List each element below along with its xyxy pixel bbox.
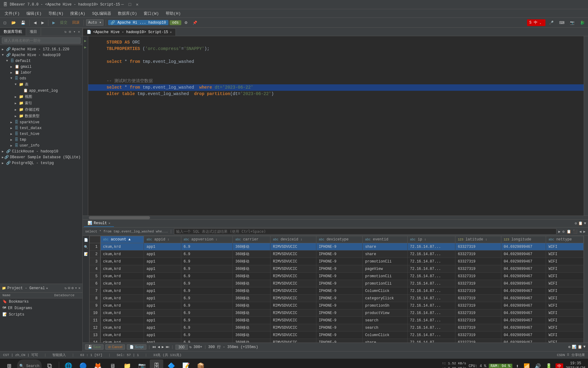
table-cell[interactable]: WIFI — [546, 317, 584, 324]
data-table-container[interactable]: abc account ▲ abc appid ↕ abc appversion… — [89, 236, 584, 343]
rollback-button[interactable]: 回滚 — [70, 19, 81, 26]
tree-item-datatypes[interactable]: ▶ 📁 数据类型 — [0, 113, 82, 119]
table-cell[interactable]: 72.16.14.87... — [407, 317, 455, 324]
table-cell[interactable]: 63327319 — [455, 280, 501, 287]
table-cell[interactable]: RIMVSDVUCIC — [270, 243, 316, 251]
tab-db-navigator[interactable]: 数据库导航 — [0, 28, 26, 36]
h-scrollbar-thumb[interactable] — [89, 216, 150, 219]
table-cell[interactable]: WIFI — [546, 295, 584, 302]
result-action-1[interactable]: ⚙ — [575, 221, 577, 226]
filter-icon-3[interactable]: 📋 — [567, 229, 571, 234]
table-cell[interactable]: 6.9 — [181, 332, 233, 339]
table-cell[interactable]: 63327319 — [455, 339, 501, 343]
extra-button[interactable]: 🐉 — [578, 20, 586, 25]
table-cell[interactable]: 04.6929899467 — [501, 273, 546, 280]
menu-edit[interactable]: 编辑(E) — [23, 10, 44, 17]
table-cell[interactable]: app1 — [144, 324, 181, 332]
dbeaver-button[interactable]: 🗄 — [150, 359, 163, 368]
col-latitude[interactable]: 123 latitude ↕ — [455, 236, 501, 243]
table-cell[interactable]: ckum,krd — [100, 309, 144, 317]
table-cell[interactable]: IPHONE-9 — [316, 243, 362, 251]
menu-window[interactable]: 窗口(W) — [141, 10, 162, 17]
table-cell[interactable]: app1 — [144, 332, 181, 339]
table-cell[interactable]: share — [363, 251, 408, 258]
table-cell[interactable]: IPHONE-9 — [316, 287, 362, 295]
table-cell[interactable]: 6.9 — [181, 317, 233, 324]
filter-icon-6[interactable]: ▶ — [583, 229, 586, 234]
maximize-button[interactable]: □ — [127, 2, 132, 7]
table-cell[interactable]: IPHONE-9 — [316, 273, 362, 280]
table-cell[interactable]: 6.9 — [181, 295, 233, 302]
table-cell[interactable]: 360移动 — [233, 309, 270, 317]
camera-task-button[interactable]: 📷 — [135, 359, 149, 368]
table-cell[interactable]: promotionSh — [363, 302, 408, 309]
tree-search-input[interactable] — [2, 37, 81, 44]
submit-button[interactable]: 提交 — [58, 19, 69, 26]
table-cell[interactable]: 360移动 — [233, 251, 270, 258]
refresh-icon[interactable]: ↻ — [190, 345, 192, 349]
col-deviceid[interactable]: abc deviceid ↕ — [270, 236, 316, 243]
table-cell[interactable]: 72.16.14.87... — [407, 295, 455, 302]
table-cell[interactable]: RIMVSDVUCIC — [270, 302, 316, 309]
table-cell[interactable]: RIMVSDVUCIC — [270, 273, 316, 280]
result-action-2[interactable]: 📋 — [578, 221, 583, 226]
table-cell[interactable]: 04.6929899467 — [501, 251, 546, 258]
table-cell[interactable]: ckum,krd — [100, 332, 144, 339]
table-cell[interactable]: RIMVSDVUCIC — [270, 324, 316, 332]
table-cell[interactable]: 360移动 — [233, 243, 270, 251]
db-tag[interactable]: ods — [170, 20, 181, 25]
project-close-btn[interactable]: ✕ — [78, 286, 81, 290]
table-cell[interactable]: IPHONE-9 — [316, 324, 362, 332]
table-cell[interactable]: RIMVSDVUCIC — [270, 332, 316, 339]
table-cell[interactable]: app1 — [144, 287, 181, 295]
terminal-button[interactable]: 🖥 — [106, 359, 119, 368]
table-cell[interactable]: 6.9 — [181, 324, 233, 332]
cancel-result-button[interactable]: ⊘ Cancel — [105, 344, 125, 350]
table-cell[interactable]: 63327319 — [455, 243, 501, 251]
table-cell[interactable]: WIFI — [546, 265, 584, 273]
table-cell[interactable]: IPHONE-9 — [316, 258, 362, 265]
table-cell[interactable]: 6.9 — [181, 280, 233, 287]
table-cell[interactable]: app1 — [144, 280, 181, 287]
table-cell[interactable]: WIFI — [546, 258, 584, 265]
tree-item-ods[interactable]: ▼ 🗄 ods — [0, 75, 82, 81]
table-cell[interactable]: WIFI — [546, 243, 584, 251]
table-cell[interactable]: 04.6929899467 — [501, 324, 546, 332]
gutter-run2-icon[interactable]: ▶ — [84, 45, 86, 50]
table-cell[interactable]: WIFI — [546, 302, 584, 309]
tree-item-labor[interactable]: ▶ 📋 labor — [0, 70, 82, 75]
tree-item-hivehd[interactable]: ▼ 🔗 Apache Hive - hadoop10 — [0, 52, 82, 58]
project-settings-icon[interactable]: ⚙ — [71, 286, 74, 290]
tree-item-tmp[interactable]: ▶ 🗄 tmp — [0, 137, 82, 143]
table-cell[interactable]: 04.6929899467 — [501, 302, 546, 309]
table-cell[interactable]: categoryClick — [363, 295, 408, 302]
table-cell[interactable]: app1 — [144, 309, 181, 317]
table-cell[interactable]: WIFI — [546, 280, 584, 287]
table-cell[interactable]: IPHONE-9 — [316, 280, 362, 287]
table-cell[interactable]: 04.6929899467 — [501, 280, 546, 287]
taskview-button[interactable]: ⧉ — [43, 359, 56, 368]
tree-item-default[interactable]: ▼ 🗄 default — [0, 58, 82, 64]
table-cell[interactable]: 72.16.14.87... — [407, 273, 455, 280]
table-cell[interactable]: ckum,krd — [100, 243, 144, 251]
table-cell[interactable]: 04.6929899467 — [501, 309, 546, 317]
table-cell[interactable]: WIFI — [546, 332, 584, 339]
tree-item-sparkhive[interactable]: ▶ 🗄 sparkhive — [0, 119, 82, 125]
table-cell[interactable]: productView — [363, 309, 408, 317]
table-cell[interactable]: 63327319 — [455, 251, 501, 258]
col-rownum[interactable] — [90, 236, 100, 243]
table-cell[interactable]: 6.9 — [181, 243, 233, 251]
table-cell[interactable]: 63327319 — [455, 273, 501, 280]
project-sync-icon[interactable]: ↻ — [65, 286, 67, 290]
editor-tab-close[interactable]: ✕ — [170, 30, 172, 34]
table-cell[interactable]: ckum,krd — [100, 339, 144, 343]
sync-icon[interactable]: ↻ — [64, 29, 67, 34]
table-cell[interactable]: 6.9 — [181, 287, 233, 295]
script-result-button[interactable]: 📄 Script — [127, 344, 146, 350]
table-cell[interactable]: app1 — [144, 265, 181, 273]
pagination-next[interactable]: ▶ — [162, 345, 164, 349]
menu-sql-editor[interactable]: SQL编辑器 — [89, 10, 114, 17]
table-cell[interactable]: IPHONE-9 — [316, 339, 362, 343]
forward-button[interactable]: ▶ — [40, 20, 46, 25]
table-cell[interactable]: ckum,krd — [100, 280, 144, 287]
